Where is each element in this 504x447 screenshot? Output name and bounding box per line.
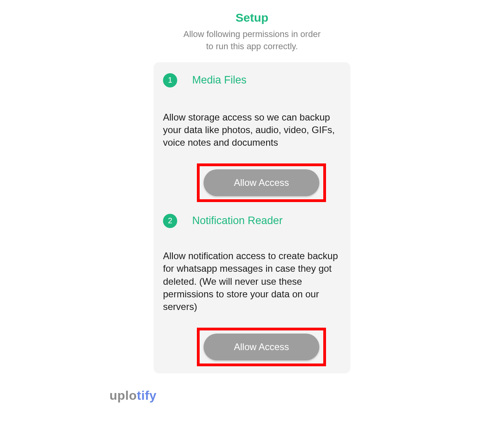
section-title-notification: Notification Reader — [192, 215, 283, 227]
page-subtitle: Allow following permissions in order to … — [173, 28, 331, 53]
step-badge-2: 2 — [163, 214, 177, 228]
page-title: Setup — [173, 11, 331, 24]
permission-media-files: 1 Media Files Allow storage access so we… — [163, 73, 341, 202]
highlight-box-1: Allow Access — [197, 163, 326, 202]
step-badge-1: 1 — [163, 73, 177, 87]
highlight-box-2: Allow Access — [197, 328, 326, 366]
permissions-card: 1 Media Files Allow storage access so we… — [154, 62, 350, 373]
section-title-media: Media Files — [192, 74, 246, 86]
section-description-media: Allow storage access so we can backup yo… — [163, 111, 341, 149]
allow-access-media-button[interactable]: Allow Access — [204, 169, 319, 196]
allow-access-notification-button[interactable]: Allow Access — [204, 334, 319, 360]
section-header-notification: 2 Notification Reader — [163, 214, 341, 228]
permission-notification-reader: 2 Notification Reader Allow notification… — [163, 214, 341, 366]
watermark-part-1: uplo — [109, 388, 137, 402]
header: Setup Allow following permissions in ord… — [173, 11, 331, 53]
watermark-part-2: tify — [137, 388, 157, 402]
section-header-media: 1 Media Files — [163, 73, 341, 87]
watermark: uplotify — [109, 388, 157, 403]
section-description-notification: Allow notification access to create back… — [163, 250, 341, 313]
